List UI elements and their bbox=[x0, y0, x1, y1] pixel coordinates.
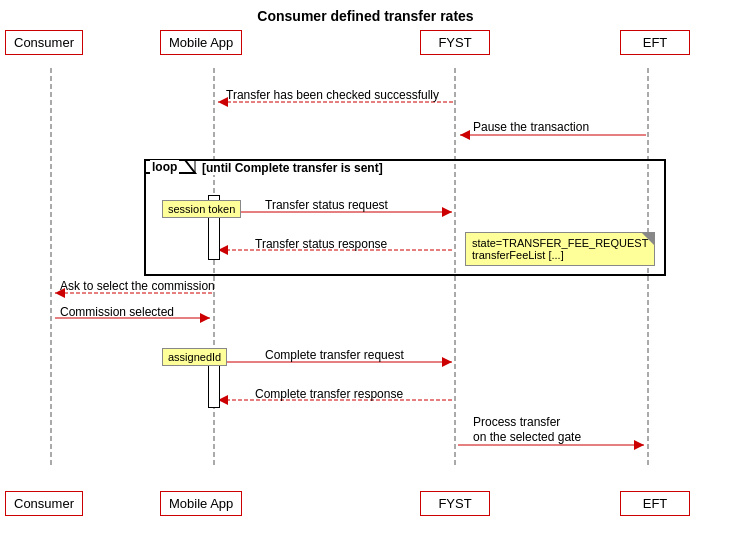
actor-mobileapp-top: Mobile App bbox=[160, 30, 242, 55]
note-line1: state=TRANSFER_FEE_REQUEST bbox=[472, 237, 648, 249]
svg-marker-7 bbox=[460, 130, 470, 140]
loop-condition: [until Complete transfer is sent] bbox=[200, 161, 385, 175]
actor-fyst-bottom: FYST bbox=[420, 491, 490, 516]
svg-marker-19 bbox=[200, 313, 210, 323]
actor-consumer-top: Consumer bbox=[5, 30, 83, 55]
msg-complete-transfer-response: Complete transfer response bbox=[255, 387, 403, 401]
actor-mobileapp-bottom: Mobile App bbox=[160, 491, 242, 516]
msg-transfer-status-response: Transfer status response bbox=[255, 237, 387, 251]
actor-fyst-top: FYST bbox=[420, 30, 490, 55]
svg-marker-21 bbox=[442, 357, 452, 367]
msg-complete-transfer-request: Complete transfer request bbox=[265, 348, 404, 362]
diagram-title: Consumer defined transfer rates bbox=[0, 0, 731, 24]
diagram-container: Consumer defined transfer rates bbox=[0, 0, 731, 535]
note-line2: transferFeeList [...] bbox=[472, 249, 648, 261]
svg-marker-25 bbox=[634, 440, 644, 450]
loop-keyword: loop bbox=[150, 160, 179, 174]
msg-transfer-status-request: Transfer status request bbox=[265, 198, 388, 212]
msg-process-transfer-1: Process transfer bbox=[473, 415, 560, 429]
actor-eft-bottom: EFT bbox=[620, 491, 690, 516]
actor-eft-top: EFT bbox=[620, 30, 690, 55]
msg-commission-selected: Commission selected bbox=[60, 305, 174, 319]
note-transfer-fee: state=TRANSFER_FEE_REQUEST transferFeeLi… bbox=[465, 232, 655, 266]
assigned-id-box: assignedId bbox=[162, 348, 227, 366]
msg-process-transfer-2: on the selected gate bbox=[473, 430, 581, 444]
msg-pause-transaction: Pause the transaction bbox=[473, 120, 589, 134]
msg-ask-commission: Ask to select the commission bbox=[60, 279, 215, 293]
msg-transfer-checked: Transfer has been checked successfully bbox=[226, 88, 439, 102]
arrows-svg bbox=[0, 0, 731, 535]
svg-marker-13 bbox=[442, 207, 452, 217]
actor-consumer-bottom: Consumer bbox=[5, 491, 83, 516]
session-token-box: session token bbox=[162, 200, 241, 218]
